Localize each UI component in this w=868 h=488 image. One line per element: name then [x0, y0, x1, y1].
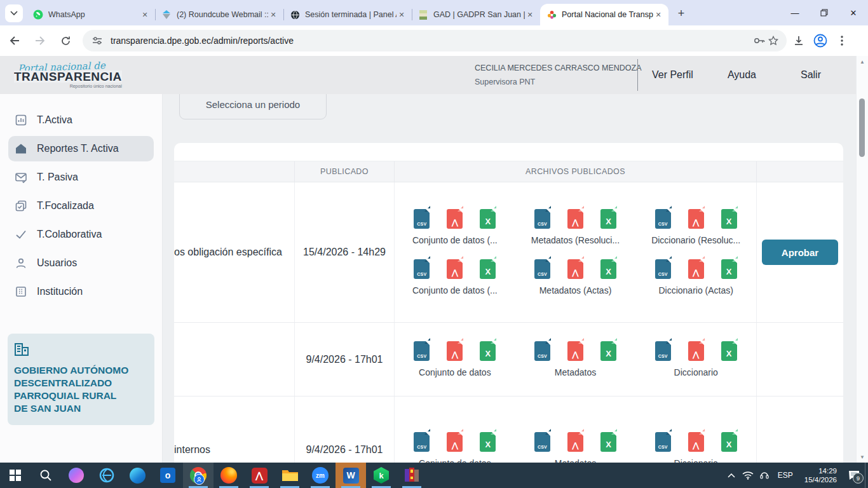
pdf-file-icon[interactable]: ⋀ — [567, 209, 583, 229]
csv-file-icon[interactable]: CSV — [414, 259, 430, 279]
close-window-button[interactable]: ✕ — [839, 0, 868, 25]
csv-file-icon[interactable]: CSV — [655, 341, 671, 361]
csv-file-icon[interactable]: CSV — [414, 341, 430, 361]
taskbar-kaspersky-icon[interactable]: k — [366, 463, 397, 488]
new-tab-button[interactable]: + — [672, 4, 690, 22]
audio-device-icon[interactable] — [756, 463, 773, 488]
forward-button[interactable] — [29, 30, 51, 51]
xls-file-icon[interactable]: X — [480, 341, 496, 361]
csv-file-icon[interactable]: CSV — [534, 341, 550, 361]
taskbar-firefox-icon[interactable] — [214, 463, 244, 488]
sidebar-item-t-pasiva[interactable]: T. Pasiva — [8, 165, 154, 190]
pdf-file-icon[interactable]: ⋀ — [447, 259, 463, 279]
pdf-file-icon[interactable]: ⋀ — [447, 432, 463, 452]
wifi-icon[interactable] — [740, 463, 756, 488]
taskbar-outlook-icon[interactable]: o — [153, 463, 183, 488]
taskbar-acrobat-icon[interactable]: ⋀ — [244, 463, 275, 488]
sidebar-item-reportes-t-activa[interactable]: Reportes T. Activa — [8, 136, 154, 161]
taskbar-ie-icon[interactable] — [92, 463, 122, 488]
tab-sesion[interactable]: Sesión terminada | Panel Adm ✕ — [283, 4, 412, 25]
csv-file-icon[interactable]: CSV — [655, 259, 671, 279]
xls-file-icon[interactable]: X — [721, 432, 737, 452]
start-button[interactable] — [0, 463, 31, 488]
tab-close-icon[interactable]: ✕ — [397, 10, 407, 20]
csv-file-icon[interactable]: CSV — [534, 432, 550, 452]
taskbar-chrome-icon[interactable] — [183, 463, 214, 488]
tune-icon[interactable] — [90, 34, 104, 48]
pdf-file-icon[interactable]: ⋀ — [688, 432, 704, 452]
xls-file-icon[interactable]: X — [721, 341, 737, 361]
pdf-file-icon[interactable]: ⋀ — [447, 209, 463, 229]
pdf-file-icon[interactable]: ⋀ — [567, 341, 583, 361]
csv-file-icon[interactable]: CSV — [655, 209, 671, 229]
xls-file-icon[interactable]: X — [600, 341, 616, 361]
institution-card[interactable]: GOBIERNO AUTÓNOMO DESCENTRALIZADO PARROQ… — [8, 334, 154, 425]
sidebar-item-t-activa[interactable]: T.Activa — [8, 107, 154, 133]
minimize-button[interactable]: — — [780, 0, 810, 25]
xls-file-icon[interactable]: X — [480, 432, 496, 452]
profile-avatar-icon[interactable] — [813, 34, 827, 48]
clock[interactable]: 14:29 15/4/2026 — [798, 466, 843, 484]
tab-portal-active[interactable]: Portal Nacional de Transpare ✕ — [540, 4, 668, 25]
csv-file-icon[interactable]: CSV — [534, 209, 550, 229]
tab-whatsapp[interactable]: WhatsApp ✕ — [27, 4, 155, 25]
link-ayuda[interactable]: Ayuda — [728, 69, 756, 81]
back-button[interactable] — [4, 30, 25, 51]
taskbar-edge-icon[interactable] — [122, 463, 153, 488]
taskbar-copilot-icon[interactable] — [61, 463, 92, 488]
scrollbar-thumb[interactable] — [859, 98, 865, 157]
bookmark-star-icon[interactable] — [766, 34, 780, 48]
tab-close-icon[interactable]: ✕ — [268, 10, 278, 20]
csv-file-icon[interactable]: CSV — [655, 432, 671, 452]
url-text[interactable]: transparencia.dpe.gob.ec/admin/reports/a… — [111, 36, 752, 46]
pdf-file-icon[interactable]: ⋀ — [567, 432, 583, 452]
pdf-file-icon[interactable]: ⋀ — [567, 259, 583, 279]
xls-file-icon[interactable]: X — [600, 259, 616, 279]
xls-file-icon[interactable]: X — [480, 259, 496, 279]
csv-file-icon[interactable]: CSV — [414, 209, 430, 229]
csv-file-icon[interactable]: CSV — [414, 432, 430, 452]
sidebar-item-usuarios[interactable]: Usuarios — [8, 250, 154, 276]
link-ver-perfil[interactable]: Ver Perfil — [652, 69, 693, 81]
sidebar-item-institucion[interactable]: Institución — [8, 279, 154, 304]
sidebar-item-t-focalizada[interactable]: T.Focalizada — [8, 193, 154, 219]
tab-roundcube[interactable]: (2) Roundcube Webmail :: En ✕ — [155, 4, 283, 25]
download-icon[interactable] — [792, 34, 806, 48]
browser-menu-icon[interactable] — [835, 34, 849, 48]
xls-file-icon[interactable]: X — [480, 209, 496, 229]
tray-expand-chevron-icon[interactable] — [723, 463, 740, 488]
pdf-file-icon[interactable]: ⋀ — [688, 341, 704, 361]
show-desktop-button[interactable] — [865, 463, 868, 488]
password-key-icon[interactable] — [752, 34, 766, 48]
page-scrollbar[interactable]: ▲ ▼ — [856, 56, 868, 463]
tab-close-icon[interactable]: ✕ — [653, 10, 663, 20]
taskbar-winrar-icon[interactable] — [397, 463, 427, 488]
xls-file-icon[interactable]: X — [600, 432, 616, 452]
period-select[interactable]: Selecciona un periodo — [179, 94, 327, 119]
notification-center-icon[interactable]: 9 — [843, 463, 865, 488]
pdf-file-icon[interactable]: ⋀ — [688, 209, 704, 229]
language-indicator[interactable]: ESP — [773, 471, 798, 480]
scroll-down-arrow[interactable]: ▼ — [857, 452, 868, 461]
taskbar-search-icon[interactable] — [31, 463, 61, 488]
scroll-up-arrow[interactable]: ▲ — [857, 57, 868, 66]
xls-file-icon[interactable]: X — [721, 259, 737, 279]
address-bar[interactable]: transparencia.dpe.gob.ec/admin/reports/a… — [83, 30, 787, 51]
pdf-file-icon[interactable]: ⋀ — [447, 341, 463, 361]
link-salir[interactable]: Salir — [801, 69, 821, 81]
xls-file-icon[interactable]: X — [721, 209, 737, 229]
tab-search-button[interactable] — [5, 4, 23, 22]
approve-button[interactable]: Aprobar — [762, 240, 838, 265]
taskbar-explorer-icon[interactable] — [275, 463, 305, 488]
tab-gad[interactable]: GAD | GADPR San Juan | ✕ — [412, 4, 540, 25]
xls-file-icon[interactable]: X — [600, 209, 616, 229]
taskbar-zoom-icon[interactable]: zm — [305, 463, 336, 488]
taskbar-word-icon[interactable]: W — [336, 463, 366, 488]
tab-close-icon[interactable]: ✕ — [140, 10, 150, 20]
pdf-file-icon[interactable]: ⋀ — [688, 259, 704, 279]
refresh-button[interactable] — [55, 30, 76, 51]
maximize-button[interactable] — [810, 0, 839, 25]
sidebar-item-t-colaborativa[interactable]: T.Colaborativa — [8, 222, 154, 247]
csv-file-icon[interactable]: CSV — [534, 259, 550, 279]
tab-close-icon[interactable]: ✕ — [525, 10, 535, 20]
